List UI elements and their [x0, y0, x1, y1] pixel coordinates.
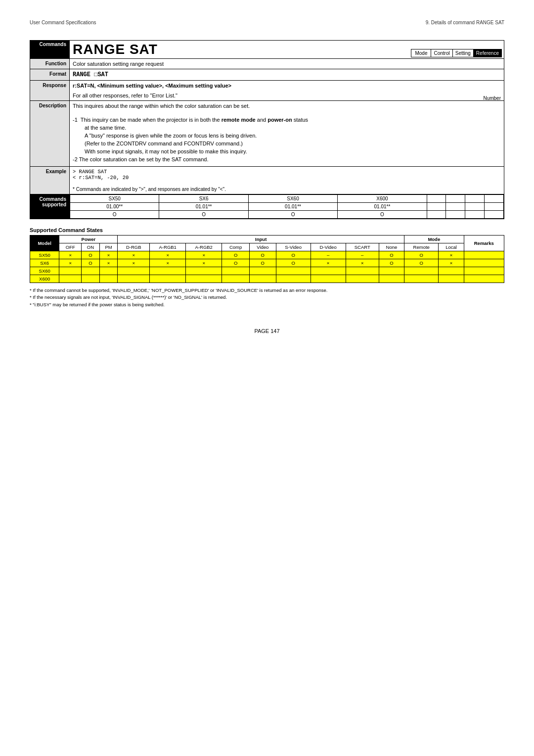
version-sx50: 01.00** — [70, 203, 159, 211]
commands-label: Commands — [30, 41, 70, 59]
desc-bullet2: -2 The color saturation can be set by th… — [73, 156, 501, 162]
model-names-row: SX50 SX6 SX60 X600 — [70, 195, 504, 203]
description-row: Description This inquires about the rang… — [30, 101, 504, 167]
commands-supported-cell: SX50 SX6 SX60 X600 01.00** 01.01** 01.01… — [70, 194, 504, 219]
hdr-remote: Remote — [404, 243, 439, 251]
state-power-header: Power — [59, 236, 118, 243]
sx6-a-rgb1: × — [150, 259, 186, 267]
example-line2: < r:SAT=N, -20, 20 — [73, 175, 501, 181]
sx50-local: × — [439, 251, 464, 259]
sx50-video: O — [249, 251, 276, 259]
page-header: User Command Specifications 9. Details o… — [30, 20, 504, 25]
version-row: 01.00** 01.01** 01.01** 01.01** — [70, 203, 504, 211]
response-row: Response r:SAT=N, <Minimum setting value… — [30, 81, 504, 101]
function-row: Function Color saturation setting range … — [30, 59, 504, 69]
sx50-off: × — [59, 251, 82, 259]
mark-sx6: O — [159, 211, 248, 219]
sx50-remote: O — [404, 251, 439, 259]
sx6-on: O — [82, 259, 100, 267]
sx6-comp: O — [222, 259, 250, 267]
tab-setting: Setting — [452, 49, 473, 57]
footnote-2: * If the necessary signals are not input… — [30, 294, 504, 301]
tab-control: Control — [431, 49, 452, 57]
hdr-d-rgb: D-RGB — [118, 243, 150, 251]
state-table: Model Power Input Mode Remarks OFF ON PM… — [30, 235, 504, 283]
mark-x600: O — [338, 211, 427, 219]
hdr-a-rgb1: A-RGB1 — [150, 243, 186, 251]
page: User Command Specifications 9. Details o… — [0, 0, 534, 756]
model-sx50: SX50 — [70, 195, 159, 203]
sx6-remote: O — [404, 259, 439, 267]
sx6-scart: × — [346, 259, 379, 267]
page-footer: PAGE 147 — [30, 328, 504, 334]
model-sx50: SX50 — [30, 251, 59, 259]
command-title: RANGE SAT — [73, 42, 158, 57]
state-row-sx60: SX60 — [30, 267, 504, 275]
number-badge: Number — [483, 95, 501, 101]
hdr-pm: PM — [99, 243, 118, 251]
hdr-off: OFF — [59, 243, 82, 251]
response-cell: r:SAT=N, <Minimum setting value>, <Maxim… — [70, 81, 504, 101]
example-note: * Commands are indicated by ">", and res… — [73, 187, 501, 192]
description-cell: This inquires about the range within whi… — [70, 101, 504, 167]
sx6-d-rgb: × — [118, 259, 150, 267]
state-mode-header: Mode — [404, 236, 464, 243]
format-label: Format — [30, 69, 70, 81]
commands-supported-row: Commands supported SX50 SX6 SX60 X600 — [30, 194, 504, 219]
function-label: Function — [30, 59, 70, 69]
desc-bullet1-a: A "busy" response is given while the zoo… — [73, 133, 501, 139]
sx50-d-video: – — [311, 251, 346, 259]
hdr-d-video: D-Video — [311, 243, 346, 251]
sx6-pm: × — [99, 259, 118, 267]
hdr-none: None — [379, 243, 404, 251]
sx50-comp: O — [222, 251, 250, 259]
model-x600: X600 — [338, 195, 427, 203]
header-right: 9. Details of command RANGE SAT — [426, 20, 504, 25]
response-line2: For all other responses, refer to "Error… — [73, 93, 501, 98]
sx6-d-video: × — [311, 259, 346, 267]
format-text: RANGE □SAT — [73, 71, 108, 78]
sx50-a-rgb1: × — [150, 251, 186, 259]
version-x600: 01.01** — [338, 203, 427, 211]
supported-states-title: Supported Command States — [30, 227, 504, 233]
footnote-1: * If the command cannot be supported, 'I… — [30, 287, 504, 294]
state-row-x600: X600 — [30, 275, 504, 283]
desc-main: This inquires about the range within whi… — [73, 103, 501, 109]
sx50-s-video: O — [276, 251, 311, 259]
supported-models-table: SX50 SX6 SX60 X600 01.00** 01.01** 01.01… — [70, 194, 504, 219]
function-value: Color saturation setting range request — [70, 59, 504, 69]
hdr-local: Local — [439, 243, 464, 251]
format-row: Format RANGE □SAT — [30, 69, 504, 81]
sx50-remarks — [464, 251, 504, 259]
description-label: Description — [30, 101, 70, 167]
commands-supported-label: Commands supported — [30, 194, 70, 219]
desc-bullet1-c: With some input signals, it may not be p… — [73, 148, 501, 154]
mode-control-area: Mode Control Setting Reference — [282, 41, 504, 59]
state-model-header: Model — [30, 236, 59, 251]
sx6-off: × — [59, 259, 82, 267]
example-line1: > RANGE SAT — [73, 169, 501, 175]
hdr-video: Video — [249, 243, 276, 251]
sx50-d-rgb: × — [118, 251, 150, 259]
state-row-sx50: SX50 × O × × × × O O O – – O O × — [30, 251, 504, 259]
model-sx60: SX60 — [30, 267, 59, 275]
mark-sx60: O — [248, 211, 337, 219]
example-row: Example > RANGE SAT < r:SAT=N, -20, 20 *… — [30, 167, 504, 194]
hdr-scart: SCART — [346, 243, 379, 251]
title-row: Commands RANGE SAT Mode Control Setting … — [30, 41, 504, 59]
sx6-s-video: O — [276, 259, 311, 267]
response-label: Response — [30, 81, 70, 101]
sx6-a-rgb2: × — [186, 259, 222, 267]
tab-reference: Reference — [473, 49, 501, 57]
desc-bullet1-b: (Refer to the ZCONTDRV command and FCONT… — [73, 141, 501, 146]
hdr-s-video: S-Video — [276, 243, 311, 251]
example-label: Example — [30, 167, 70, 194]
model-sx6: SX6 — [159, 195, 248, 203]
sx50-on: O — [82, 251, 100, 259]
supported-states-section: Supported Command States Model Power Inp… — [30, 227, 504, 308]
footnotes: * If the command cannot be supported, 'I… — [30, 287, 504, 308]
mode-tabs: Mode Control Setting Reference — [411, 49, 502, 57]
mark-sx50: O — [70, 211, 159, 219]
hdr-comp: Comp — [222, 243, 250, 251]
sx6-none: O — [379, 259, 404, 267]
